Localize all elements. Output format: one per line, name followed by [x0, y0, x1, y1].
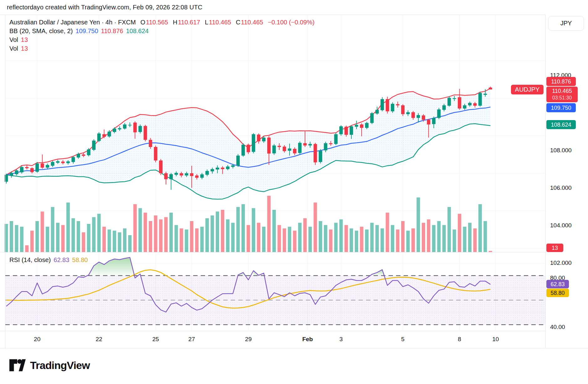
volume-legend-row-1[interactable]: Vol 13: [9, 36, 28, 43]
price-label-108: 108.000: [550, 147, 572, 154]
bb-legend-row[interactable]: BB (20, SMA, close, 2) 109.750 110.876 1…: [9, 28, 149, 35]
volume-bar: [314, 203, 317, 252]
time-tick-29: 29: [245, 336, 252, 343]
volume-bar: [25, 245, 28, 252]
volume-bar: [339, 220, 343, 252]
volume-bar: [350, 228, 353, 252]
candle-body: [329, 143, 333, 144]
candle-body: [283, 147, 286, 151]
candle-body: [241, 145, 245, 156]
open-value: 110.565: [146, 19, 168, 26]
volume-bar: [427, 220, 430, 252]
volume-bar: [30, 231, 34, 252]
volume-bar: [432, 225, 436, 252]
volume-bar: [370, 223, 374, 252]
volume-bar: [231, 223, 235, 252]
candle-body: [190, 173, 193, 176]
volume-bar: [437, 221, 441, 252]
candle-body: [41, 164, 44, 168]
volume-bar: [108, 230, 111, 252]
volume-bar: [396, 230, 400, 252]
candle-body: [97, 134, 101, 141]
volume-legend-row-2[interactable]: Vol 13: [9, 45, 28, 52]
volume-bar: [247, 225, 250, 252]
bb-title: BB (20, SMA, close, 2): [9, 28, 73, 35]
candle-body: [216, 168, 219, 169]
candle-body: [231, 165, 235, 167]
candle-body: [20, 167, 23, 172]
currency-toggle-button[interactable]: JPY: [548, 16, 584, 31]
candle-body: [56, 161, 59, 163]
volume-bar: [406, 231, 410, 252]
vol-label-2: Vol: [9, 45, 18, 52]
volume-bar: [216, 211, 219, 252]
candle-body: [61, 162, 64, 163]
candle-body: [303, 143, 307, 145]
candle-body: [267, 138, 271, 154]
rsi-value: 62.83: [54, 256, 69, 264]
candle-body: [252, 134, 255, 152]
volume-bar: [324, 225, 327, 252]
candle-body: [324, 143, 327, 150]
open-label: O: [141, 19, 146, 26]
pane-separator-rsi[interactable]: [0, 252, 588, 252]
volume-bar: [56, 223, 59, 252]
bb-upper-badge: 110.876: [546, 77, 576, 86]
close-label: C: [236, 19, 240, 26]
volume-bar: [375, 225, 379, 252]
candle-body: [195, 175, 199, 178]
symbol-legend-row[interactable]: Australian Dollar / Japanese Yen · 4h · …: [9, 19, 314, 26]
tradingview-screenshot: reflectordayo created with TradingView.c…: [0, 0, 588, 384]
volume-bar: [386, 213, 389, 252]
volume-bar: [458, 214, 461, 252]
time-tick-10: 10: [492, 336, 499, 343]
last-price-badge: 110.465 03:51:30: [546, 87, 578, 102]
candle-body: [277, 146, 281, 147]
candle-body: [417, 115, 420, 118]
candle-body: [15, 170, 18, 174]
volume-bar: [51, 207, 54, 252]
volume-bar: [159, 220, 162, 252]
candle-body: [169, 174, 173, 179]
volume-bar: [334, 223, 338, 252]
volume-bar: [221, 210, 224, 252]
volume-bar: [20, 227, 23, 252]
high-label: H: [173, 19, 177, 26]
price-label-104: 104.000: [550, 222, 572, 229]
volume-bar: [46, 227, 49, 252]
volume-bar: [15, 225, 18, 252]
volume-bar: [442, 225, 446, 252]
high-value: 110.617: [178, 19, 200, 26]
chart-canvas[interactable]: [0, 0, 545, 384]
volume-bar: [391, 225, 394, 252]
candle-body: [247, 145, 250, 152]
volume-bar: [283, 228, 286, 252]
volume-bar: [272, 210, 276, 252]
rsi-legend-row[interactable]: RSI (14, close) 62.83 58.80: [9, 256, 88, 264]
price-axis[interactable]: JPY 112.000 108.000 106.000 104.000 102.…: [545, 15, 588, 348]
candle-body: [118, 128, 121, 129]
volume-bar: [267, 196, 271, 252]
candle-body: [308, 144, 312, 145]
volume-bar: [10, 221, 13, 252]
volume-bar: [308, 227, 312, 252]
bb-upper-value: 110.876: [101, 28, 123, 35]
volume-bar: [380, 228, 384, 252]
volume-bar: [97, 214, 101, 252]
candle-body: [314, 144, 317, 162]
volume-bar: [319, 221, 322, 252]
candle-body: [159, 160, 162, 173]
candle-body: [288, 149, 291, 151]
tradingview-logo[interactable]: TradingView: [9, 358, 90, 372]
bar-countdown: 03:51:30: [552, 94, 572, 101]
candle-body: [200, 174, 204, 178]
vol-value-2: 13: [21, 45, 28, 52]
candle-body: [406, 112, 410, 114]
candle-body: [25, 167, 28, 168]
candle-body: [344, 127, 348, 135]
volume-bar: [411, 228, 415, 252]
change-value: −0.100 (−0.09%): [268, 19, 314, 26]
candle-body: [489, 88, 492, 89]
candle-body: [396, 104, 400, 105]
volume-bar: [355, 231, 358, 252]
